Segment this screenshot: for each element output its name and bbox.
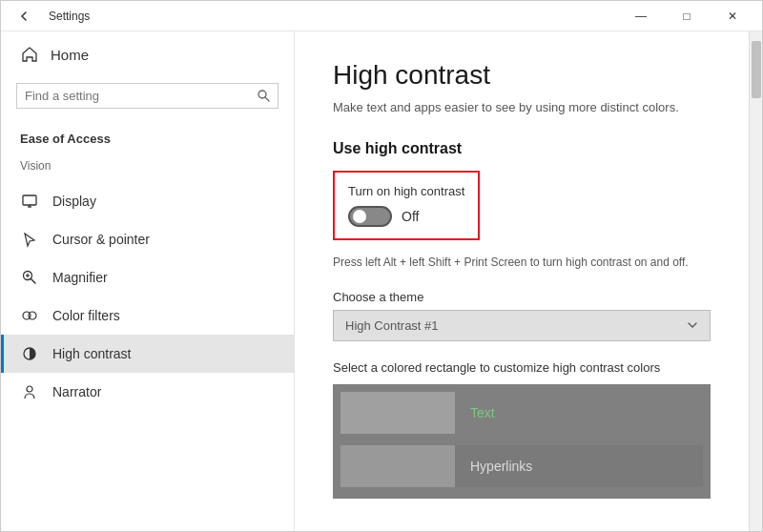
narrator-icon bbox=[20, 382, 39, 401]
display-label: Display bbox=[52, 194, 96, 209]
high-contrast-label: High contrast bbox=[52, 346, 131, 361]
settings-window: Settings — □ ✕ Home bbox=[0, 0, 763, 532]
theme-dropdown-section: Choose a theme High Contrast #1 bbox=[333, 290, 711, 341]
main-content: High contrast Make text and apps easier … bbox=[295, 31, 749, 531]
window-title: Settings bbox=[49, 10, 90, 23]
svg-line-6 bbox=[31, 279, 36, 284]
page-subtitle: Make text and apps easier to see by usin… bbox=[333, 98, 711, 117]
sidebar-item-narrator[interactable]: Narrator bbox=[1, 373, 294, 411]
minimize-button[interactable]: — bbox=[619, 1, 663, 31]
title-bar: Settings — □ ✕ bbox=[1, 1, 762, 31]
color-filters-icon bbox=[20, 306, 39, 325]
text-color-label: Text bbox=[455, 405, 495, 420]
scrollbar-track[interactable] bbox=[749, 31, 762, 531]
high-contrast-toggle[interactable] bbox=[348, 206, 392, 227]
ease-of-access-title: Ease of Access bbox=[1, 124, 294, 155]
scrollbar-thumb[interactable] bbox=[752, 41, 761, 98]
sidebar-item-color-filters[interactable]: Color filters bbox=[1, 297, 294, 335]
search-input[interactable] bbox=[25, 89, 258, 103]
chevron-down-icon bbox=[687, 319, 698, 331]
svg-line-1 bbox=[265, 97, 269, 101]
text-color-swatch[interactable] bbox=[340, 392, 455, 434]
color-filters-label: Color filters bbox=[52, 308, 120, 323]
close-button[interactable]: ✕ bbox=[711, 1, 754, 31]
theme-dropdown[interactable]: High Contrast #1 bbox=[333, 310, 711, 341]
high-contrast-icon bbox=[20, 344, 39, 363]
dropdown-label: Choose a theme bbox=[333, 290, 711, 304]
maximize-button[interactable]: □ bbox=[665, 1, 709, 31]
dropdown-value: High Contrast #1 bbox=[345, 318, 439, 333]
magnifier-label: Magnifier bbox=[52, 270, 108, 285]
color-row-hyperlinks[interactable]: Hyperlinks bbox=[340, 445, 703, 487]
magnifier-icon bbox=[20, 268, 39, 287]
hyperlinks-color-label: Hyperlinks bbox=[455, 459, 532, 474]
home-label: Home bbox=[51, 47, 89, 63]
search-box[interactable] bbox=[16, 83, 278, 109]
svg-rect-2 bbox=[23, 195, 36, 205]
search-icon bbox=[258, 90, 270, 102]
color-row-divider bbox=[340, 438, 703, 441]
toggle-knob bbox=[353, 210, 366, 223]
toggle-status: Off bbox=[402, 209, 419, 224]
sidebar: Home Ease of Access Vision bbox=[1, 31, 295, 531]
sidebar-item-cursor[interactable]: Cursor & pointer bbox=[1, 220, 294, 258]
back-button[interactable] bbox=[9, 1, 39, 31]
hyperlinks-color-swatch[interactable] bbox=[340, 445, 455, 487]
sidebar-item-high-contrast[interactable]: High contrast bbox=[1, 335, 294, 373]
colors-label: Select a colored rectangle to customize … bbox=[333, 360, 711, 375]
window-controls: — □ ✕ bbox=[619, 1, 754, 31]
toggle-row: Off bbox=[348, 206, 464, 227]
toggle-box: Turn on high contrast Off bbox=[333, 171, 480, 240]
home-icon bbox=[20, 45, 39, 64]
svg-point-10 bbox=[29, 312, 36, 319]
page-title: High contrast bbox=[333, 60, 711, 91]
cursor-icon bbox=[20, 230, 39, 249]
content-area: Home Ease of Access Vision bbox=[1, 31, 762, 531]
narrator-label: Narrator bbox=[52, 384, 101, 399]
vision-label: Vision bbox=[1, 155, 294, 182]
color-preview: Text Hyperlinks bbox=[333, 384, 711, 499]
sidebar-item-display[interactable]: Display bbox=[1, 182, 294, 220]
sidebar-item-home[interactable]: Home bbox=[1, 31, 294, 77]
hint-text: Press left Alt + left Shift + Print Scre… bbox=[333, 254, 711, 271]
section-heading: Use high contrast bbox=[333, 140, 711, 157]
title-bar-left: Settings bbox=[9, 1, 90, 31]
toggle-label: Turn on high contrast bbox=[348, 184, 464, 198]
svg-point-12 bbox=[27, 386, 32, 392]
sidebar-item-magnifier[interactable]: Magnifier bbox=[1, 258, 294, 297]
display-icon bbox=[20, 192, 39, 211]
color-row-text[interactable]: Text bbox=[340, 392, 703, 434]
cursor-label: Cursor & pointer bbox=[52, 232, 150, 247]
